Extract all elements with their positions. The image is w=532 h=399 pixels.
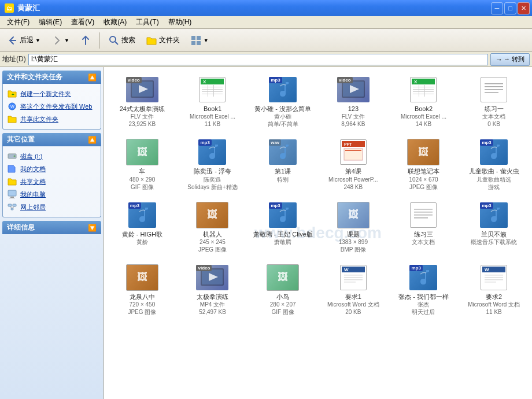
- file-thumbnail: 🖼: [125, 263, 160, 293]
- file-thumbnail: [406, 200, 441, 230]
- mp3-badge: mp3: [128, 202, 141, 209]
- menu-tools[interactable]: 工具(T): [131, 16, 163, 28]
- list-item[interactable]: video 123 FLV 文件 8,964 KB: [320, 72, 387, 131]
- task-share[interactable]: 共享此文件夹: [6, 113, 97, 125]
- file-name: 张杰 - 我们都一样: [393, 293, 455, 301]
- menu-view[interactable]: 查看(V): [66, 16, 99, 28]
- list-item[interactable]: mp3 张杰 - 我们都一样 张杰 明天过后: [390, 260, 457, 319]
- address-input[interactable]: [28, 54, 488, 65]
- other-mydocs[interactable]: 我的文档: [6, 162, 97, 175]
- list-item[interactable]: mp3 萧敬腾 - 王妃 Clive版 萧敬腾: [249, 197, 316, 256]
- file-name: Book1: [182, 105, 243, 113]
- maximize-button[interactable]: □: [504, 2, 516, 14]
- goto-button[interactable]: → → 转到: [490, 53, 530, 66]
- list-item[interactable]: 🖼 联想笔记本 1024 × 670 JPEG 图像: [390, 134, 457, 193]
- list-item[interactable]: W 要求1 Microsoft Word 文档 20 KB: [320, 260, 387, 319]
- list-item[interactable]: mp3 黄龄 - HIGH歌 黄龄: [109, 197, 176, 256]
- tasks-header[interactable]: 文件和文件夹任务 🔼: [2, 71, 101, 84]
- file-thumbnail: 🖼: [406, 137, 441, 167]
- other-drive-i[interactable]: 磁盘 (I:): [6, 150, 97, 162]
- file-thumbnail: PPT: [336, 137, 371, 167]
- menu-edit[interactable]: 编辑(E): [34, 16, 66, 28]
- list-item[interactable]: mp3 陈奕迅 - 浮夸 陈奕迅 Solidays 新曲+精选: [179, 134, 246, 193]
- other-shared[interactable]: 共享文档: [6, 175, 97, 188]
- minimize-button[interactable]: ─: [491, 2, 503, 14]
- file-meta1: 280 × 207: [270, 301, 296, 308]
- other-header[interactable]: 其它位置 🔼: [2, 133, 101, 146]
- svg-rect-38: [413, 87, 434, 87]
- list-item[interactable]: mp3 兰贝不籁 概速音乐下载系统: [460, 197, 527, 256]
- file-name: 黄龄 - HIGH歌: [112, 230, 173, 238]
- svg-rect-14: [9, 198, 15, 198]
- up-button[interactable]: [76, 32, 95, 49]
- file-meta1: 480 × 290: [129, 176, 155, 183]
- close-button[interactable]: ✕: [518, 2, 530, 14]
- list-item[interactable]: PPT 第4课 Microsoft PowerP... 248 KB: [320, 134, 387, 193]
- list-item[interactable]: X Book1 Microsoft Excel ... 11 KB: [179, 72, 246, 131]
- list-item[interactable]: 练习一 文本文档 0 KB: [460, 72, 527, 131]
- svg-text:W: W: [485, 267, 489, 272]
- list-item[interactable]: 练习三 文本文档: [390, 197, 457, 256]
- svg-rect-16: [13, 204, 16, 206]
- list-item[interactable]: video 24式太极拳演练 FLV 文件 23,925 KB: [109, 72, 176, 131]
- view-dropdown-icon[interactable]: ▼: [204, 38, 209, 43]
- file-meta2: 23,925 KB: [128, 120, 156, 128]
- svg-rect-66: [344, 277, 363, 278]
- svg-rect-68: [344, 282, 356, 283]
- forward-dropdown-icon[interactable]: ▼: [64, 38, 69, 43]
- list-item[interactable]: mp3 黄小碓 - 没那么简单 黄小碓 简单/不简单: [249, 72, 316, 131]
- search-button[interactable]: 搜索: [104, 32, 139, 49]
- file-meta2: 248 KB: [343, 183, 363, 191]
- list-item[interactable]: X Book2 Microsoft Excel ... 14 KB: [390, 72, 457, 131]
- file-meta1: Microsoft Excel ...: [401, 113, 446, 120]
- tasks-collapse-icon: 🔼: [88, 73, 97, 82]
- file-thumbnail: mp3: [476, 200, 511, 230]
- folder-icon: [146, 35, 157, 46]
- file-name: 黄小碓 - 没那么简单: [252, 105, 313, 113]
- new-folder-icon: +: [8, 89, 17, 98]
- list-item[interactable]: wav 第1课 特别: [249, 134, 316, 193]
- file-meta1: 萧敬腾: [274, 238, 291, 246]
- drive-icon: [8, 152, 17, 161]
- file-meta1: 儿童歌曲精选: [476, 176, 511, 183]
- list-item[interactable]: 🖼 车 480 × 290 GIF 图像: [109, 134, 176, 193]
- file-meta2: GIF 图像: [131, 183, 153, 191]
- task-publish-web[interactable]: W 将这个文件夹发布到 Web: [6, 100, 97, 113]
- file-name: 龙泉八中: [112, 293, 173, 301]
- file-meta2: 14 KB: [416, 120, 431, 128]
- svg-rect-12: [8, 190, 16, 196]
- list-item[interactable]: mp3 儿童歌曲 - 萤火虫 儿童歌曲精选 游戏: [460, 134, 527, 193]
- file-name: 车: [112, 167, 173, 175]
- folders-button[interactable]: 文件夹: [142, 32, 184, 49]
- file-meta2: 11 KB: [205, 120, 220, 128]
- list-item[interactable]: 🖼 课题 1383 × 899 BMP 图像: [320, 197, 387, 256]
- other-network[interactable]: 网上邻居: [6, 201, 97, 213]
- menu-favorites[interactable]: 收藏(A): [99, 16, 131, 28]
- list-item[interactable]: 🖼 机器人 245 × 245 JPEG 图像: [179, 197, 246, 256]
- file-meta1: Microsoft Excel ...: [190, 113, 235, 120]
- list-item[interactable]: 🖼 小鸟 280 × 207 GIF 图像: [249, 260, 316, 319]
- menu-help[interactable]: 帮助(H): [164, 16, 197, 28]
- svg-rect-43: [424, 85, 425, 97]
- file-meta1: 黄龄: [136, 238, 148, 246]
- mp3-badge: mp3: [269, 202, 282, 209]
- details-header[interactable]: 详细信息 🔽: [2, 221, 101, 234]
- back-button[interactable]: 后退 ▼: [2, 32, 45, 49]
- file-name: 兰贝不籁: [463, 230, 524, 238]
- file-thumbnail: 🖼: [336, 200, 371, 230]
- list-item[interactable]: video 太极拳演练 MP4 文件 52,497 KB: [179, 260, 246, 319]
- svg-rect-40: [413, 91, 434, 92]
- list-item[interactable]: W 要求2 Microsoft Word 文档 11 KB: [460, 260, 527, 319]
- svg-rect-41: [413, 94, 434, 94]
- svg-rect-28: [202, 91, 223, 92]
- other-mypc[interactable]: 我的电脑: [6, 188, 97, 201]
- forward-button[interactable]: ▼: [47, 32, 73, 49]
- view-button[interactable]: ▼: [186, 32, 213, 49]
- file-meta2: 8,964 KB: [341, 120, 365, 128]
- back-icon: [6, 35, 18, 46]
- svg-rect-45: [485, 83, 503, 84]
- task-new-folder[interactable]: + 创建一个新文件夹: [6, 87, 97, 100]
- menu-file[interactable]: 文件(F): [2, 16, 34, 28]
- back-dropdown-icon[interactable]: ▼: [35, 38, 40, 43]
- list-item[interactable]: 🖼 龙泉八中 720 × 450 JPEG 图像: [109, 260, 176, 319]
